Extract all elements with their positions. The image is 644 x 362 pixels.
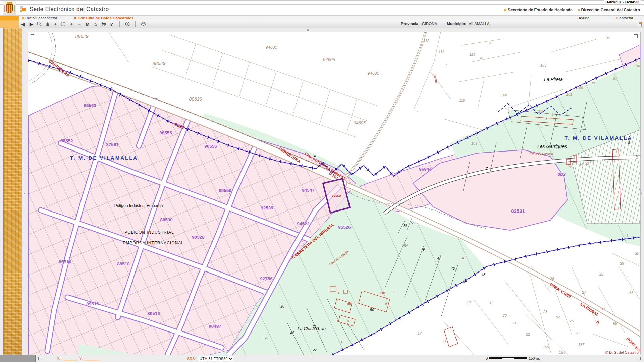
municipality-extent-icon[interactable]: M	[85, 21, 91, 27]
map-label: a	[341, 340, 343, 343]
map-label: 109	[471, 141, 477, 145]
page-title: Sede Electrónica del Catastro	[30, 6, 109, 13]
full-extent-icon[interactable]: ⌂	[93, 21, 99, 27]
back-arrow-icon[interactable]: ◀	[20, 21, 26, 27]
map-label: 25	[569, 319, 574, 323]
srs-select[interactable]: UTM 31 ETRS89	[198, 356, 233, 361]
map-label: 56	[403, 224, 407, 228]
status-gray-box	[0, 355, 36, 362]
map-label: 2	[636, 156, 638, 159]
map-label: POLIGÓN INDUSTRIAL	[124, 230, 174, 235]
map-label: 85510	[59, 259, 71, 264]
map-label: 34	[404, 244, 408, 248]
map-label: 103	[540, 63, 547, 67]
map-label: 110	[459, 98, 465, 102]
map-label: 27	[582, 290, 586, 294]
map-label: 22	[526, 332, 530, 336]
y-label: Y:	[79, 356, 83, 360]
pan-hand-icon[interactable]	[44, 21, 50, 27]
menu-ayuda[interactable]: Ayuda	[579, 16, 589, 20]
map-label: 31	[590, 160, 594, 164]
layers-icon[interactable]	[140, 21, 146, 27]
orange-bullet-icon	[578, 9, 580, 11]
map-label: La Pireta	[544, 77, 563, 82]
map-label: 97	[613, 76, 618, 80]
map-label: 99	[579, 86, 583, 90]
map-label: 92539	[261, 205, 273, 210]
map-label: 29	[620, 261, 624, 265]
forward-arrow-icon[interactable]: ▶	[28, 21, 34, 27]
spain-coat-of-arms-logo	[3, 1, 16, 16]
map-label: 66	[629, 291, 634, 295]
menu-contactar[interactable]: Contactar	[616, 16, 633, 20]
collapse-up-arrow[interactable]: ∧	[307, 28, 309, 31]
map-label: 94605	[367, 71, 380, 76]
menu-consulta-datos[interactable]: Consulta de Datos Catastrales	[74, 16, 133, 20]
collapse-left-arrow[interactable]: ‹	[24, 191, 25, 195]
map-label: 92756	[260, 276, 273, 281]
map-label: 88629	[75, 34, 89, 39]
info-point-icon[interactable]: i	[124, 21, 130, 27]
x-value-blank	[62, 357, 77, 360]
map-label: 26	[550, 277, 554, 281]
map-label: 20	[502, 313, 507, 317]
datetime: 16/09/2015 14:04:32	[604, 0, 641, 4]
map-label: 30	[635, 251, 639, 255]
toolbar-separator	[135, 21, 136, 27]
map-label: 49	[421, 247, 425, 251]
map-label: 90497	[209, 324, 221, 329]
map-label: 94	[636, 64, 640, 68]
help-pointer-icon[interactable]: ?	[109, 21, 115, 27]
collapse-right-arrow[interactable]: ›	[641, 191, 642, 195]
map-canvas[interactable]: 8862988629886299460594605946059460586563…	[28, 32, 641, 355]
link-direccion-general[interactable]: Dirección General del Catastro	[578, 8, 640, 12]
map-label: 85	[569, 165, 573, 169]
map-label: 90556	[204, 144, 217, 149]
map-label: 90528	[192, 235, 205, 240]
map-label: La Closa Gran	[298, 326, 326, 331]
catastro-map-viewer: { "chrome": { "datetime": "16/09/2015 14…	[0, 0, 644, 362]
map-label: 50	[370, 308, 374, 312]
map-label: 19	[489, 301, 493, 305]
map-label: a	[480, 56, 482, 59]
zoom-rectangle-icon[interactable]	[60, 21, 66, 27]
map-label: 46	[451, 266, 455, 270]
menu-inicio-desconectar[interactable]: Inicio/Desconectar	[22, 16, 57, 20]
map-label: 001	[380, 291, 385, 295]
map-label: 159	[543, 345, 549, 349]
map-label: 94522	[297, 221, 310, 226]
map-label: 96	[606, 36, 610, 40]
map-label: 003	[557, 172, 566, 177]
map-label: 47	[437, 256, 441, 260]
link-secretaria[interactable]: Secretaría de Estado de Hacienda	[504, 8, 573, 12]
zoom-in-point-icon[interactable]: +	[52, 21, 58, 27]
map-label: 18	[467, 300, 471, 304]
zoom-search-icon[interactable]	[36, 21, 42, 27]
top-pinstripe-band	[0, 0, 644, 5]
content-area: ∧ ‹ ›	[0, 28, 644, 355]
map-label: 002	[347, 302, 352, 306]
map-label: a	[611, 187, 613, 190]
map-label: 95526	[338, 225, 351, 230]
srs-label: SRS:	[187, 357, 196, 361]
map-label: 112	[423, 39, 429, 43]
map-label: 86563	[84, 103, 96, 108]
menu-left-orange-block	[0, 16, 19, 21]
zoom-in-icon[interactable]: +	[68, 21, 74, 27]
map-label: 85552	[60, 138, 73, 143]
map-label: Polígon Industrial Empordà	[114, 203, 163, 208]
map-label: SUELO	[332, 194, 341, 197]
map-label: 89516	[147, 311, 160, 316]
corner-mark-right	[637, 357, 641, 360]
open-window-icon[interactable]	[637, 22, 642, 26]
map-label: 94605	[354, 120, 366, 125]
print-icon[interactable]	[101, 21, 107, 27]
zoom-out-icon[interactable]: −	[76, 21, 83, 27]
scale-bar: 0 150 m.	[486, 356, 540, 360]
map-label: 16	[443, 340, 447, 344]
map-label: 111	[439, 50, 444, 54]
map-label: 48	[462, 280, 467, 284]
map-label: 25	[264, 336, 268, 340]
corner-mark-left	[38, 357, 42, 360]
map-label: 67	[601, 306, 606, 310]
